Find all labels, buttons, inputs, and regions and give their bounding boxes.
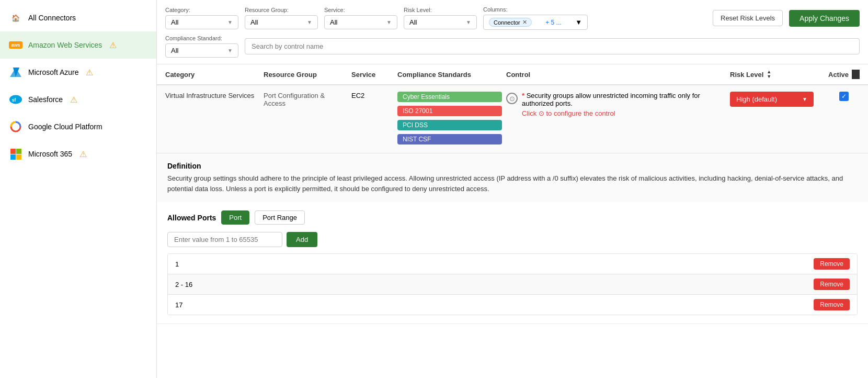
sidebar-item-azure[interactable]: Microsoft Azure ⚠ xyxy=(0,59,156,86)
active-cell: ✓ xyxy=(828,92,860,101)
chevron-down-icon: ▼ xyxy=(227,48,233,53)
table-row: Virtual Infrastructure Services Port Con… xyxy=(157,85,868,324)
warning-icon: ⚠ xyxy=(70,95,77,105)
category-cell: Virtual Infrastructure Services xyxy=(165,92,259,99)
table-header: Category Resource Group Service Complian… xyxy=(157,64,868,85)
configure-circle-icon[interactable]: ⊙ xyxy=(506,93,518,104)
service-filter: Service: All ▼ xyxy=(324,7,397,29)
sidebar-item-label: Salesforce xyxy=(28,95,63,104)
svg-rect-6 xyxy=(16,149,21,154)
warning-icon: ⚠ xyxy=(109,40,117,50)
compliance-standard-filter: Compliance Standard: All ▼ xyxy=(165,35,238,58)
chevron-down-icon: ▼ xyxy=(227,19,233,25)
columns-filter: Columns: Connector ✕ + 5 ... ▼ xyxy=(483,6,588,30)
compliance-standard-label: Compliance Standard: xyxy=(165,35,238,41)
columns-select[interactable]: Connector ✕ + 5 ... ▼ xyxy=(483,15,588,30)
risk-level-select[interactable]: All ▼ xyxy=(404,15,477,29)
port-value: 2 - 16 xyxy=(175,281,192,288)
sidebar-item-salesforce[interactable]: sf Salesforce ⚠ xyxy=(0,86,156,113)
service-header: Service xyxy=(351,71,393,79)
resource-group-select[interactable]: All ▼ xyxy=(245,15,318,29)
resource-group-filter: Resource Group: All ▼ xyxy=(245,7,318,29)
chevron-down-icon: ▼ xyxy=(575,18,582,26)
service-cell: EC2 xyxy=(351,92,393,99)
service-select[interactable]: All ▼ xyxy=(324,15,397,29)
definition-text: Security group settings should adhere to… xyxy=(167,173,858,194)
search-input[interactable] xyxy=(245,38,860,54)
chevron-down-icon: ▼ xyxy=(307,19,312,25)
sort-arrows[interactable]: ▲ ▼ xyxy=(767,70,771,79)
port-list: 1 Remove 2 - 16 Remove 17 Remove xyxy=(167,253,858,315)
port-input-row: Add xyxy=(167,232,858,247)
warning-icon: ⚠ xyxy=(79,149,87,159)
iso27001-badge: ISO 27001 xyxy=(397,106,502,116)
configure-circle-inline: ⊙ xyxy=(539,109,546,117)
badges-cell: Cyber Essentials ISO 27001 PCI DSS NIST … xyxy=(397,92,502,147)
sidebar-item-label: Google Cloud Platform xyxy=(28,123,102,131)
sidebar-item-label: Microsoft Azure xyxy=(28,68,78,76)
port-row-1: 1 Remove xyxy=(168,254,857,274)
port-value: 17 xyxy=(175,301,182,309)
resource-group-cell: Port Configuration & Access xyxy=(264,92,347,107)
active-checkbox[interactable]: ✓ xyxy=(839,92,849,101)
risk-level-filter: Risk Level: All ▼ xyxy=(404,7,477,29)
svg-rect-5 xyxy=(10,149,16,154)
remove-port-button[interactable]: Remove xyxy=(814,258,850,270)
risk-level-header: Risk Level ▲ ▼ xyxy=(730,70,824,79)
sidebar-item-m365[interactable]: Microsoft 365 ⚠ xyxy=(0,140,156,168)
port-tab[interactable]: Port xyxy=(221,210,249,225)
aws-icon: aws xyxy=(8,38,23,52)
plus-more-label: + 5 ... xyxy=(545,19,561,26)
search-container xyxy=(245,38,860,54)
remove-port-button[interactable]: Remove xyxy=(814,299,850,310)
filters-bar: Category: All ▼ Resource Group: All ▼ Se… xyxy=(157,0,868,64)
remove-port-button[interactable]: Remove xyxy=(814,279,850,290)
port-input[interactable] xyxy=(167,232,282,247)
configure-prefix: Click xyxy=(522,109,536,117)
azure-icon xyxy=(8,65,23,80)
remove-connector-tag[interactable]: ✕ xyxy=(522,19,527,26)
table-row-cells: Virtual Infrastructure Services Port Con… xyxy=(157,85,868,153)
sidebar-item-all-connectors[interactable]: 🏠 All Connectors xyxy=(0,4,156,31)
service-label: Service: xyxy=(324,7,397,13)
allowed-ports-label: Allowed Ports xyxy=(167,214,216,222)
reset-risk-levels-button[interactable]: Reset Risk Levels xyxy=(713,10,783,26)
connector-tag: Connector ✕ xyxy=(489,18,532,27)
apply-changes-button[interactable]: Apply Changes xyxy=(789,10,860,27)
sidebar-item-label: Amazon Web Services xyxy=(28,41,102,49)
active-header: Active xyxy=(828,70,860,79)
definition-area: Definition Security group settings shoul… xyxy=(157,153,868,202)
sidebar-item-label: All Connectors xyxy=(28,14,76,22)
allowed-ports-header: Allowed Ports Port Port Range xyxy=(167,210,858,225)
asterisk-icon: * xyxy=(522,92,524,99)
control-text: Security groups allow unrestricted incom… xyxy=(522,92,700,107)
filters-row-1: Category: All ▼ Resource Group: All ▼ Se… xyxy=(165,6,860,30)
category-select[interactable]: All ▼ xyxy=(165,15,238,29)
port-range-tab[interactable]: Port Range xyxy=(255,210,305,225)
cyber-essentials-badge: Cyber Essentials xyxy=(397,92,502,102)
filters-row-2: Compliance Standard: All ▼ xyxy=(165,35,860,58)
sidebar-item-aws[interactable]: aws Amazon Web Services ⚠ xyxy=(0,31,156,59)
active-icon xyxy=(852,70,860,79)
svg-rect-7 xyxy=(10,154,16,160)
category-header: Category xyxy=(165,71,259,79)
sidebar-item-gcp[interactable]: Google Cloud Platform xyxy=(0,113,156,140)
compliance-standards-header: Compliance Standards xyxy=(397,71,502,79)
warning-icon: ⚠ xyxy=(86,68,93,77)
chevron-down-icon: ▼ xyxy=(466,19,471,25)
sidebar: 🏠 All Connectors aws Amazon Web Services… xyxy=(0,0,157,378)
chevron-down-icon: ▼ xyxy=(386,19,392,25)
svg-rect-8 xyxy=(16,154,21,160)
risk-level-dropdown[interactable]: High (default) ▼ xyxy=(730,92,814,107)
definition-title: Definition xyxy=(167,162,858,170)
compliance-standard-select[interactable]: All ▼ xyxy=(165,43,238,58)
allowed-ports-area: Allowed Ports Port Port Range Add 1 Remo… xyxy=(157,202,868,324)
port-row-3: 17 Remove xyxy=(168,295,857,315)
port-value: 1 xyxy=(175,260,179,268)
gcp-icon xyxy=(8,119,23,134)
add-port-button[interactable]: Add xyxy=(287,232,317,247)
configure-link[interactable]: to configure the control xyxy=(546,109,615,117)
salesforce-icon: sf xyxy=(8,92,23,107)
chevron-down-icon: ▼ xyxy=(802,96,807,102)
control-header: Control xyxy=(506,71,726,79)
